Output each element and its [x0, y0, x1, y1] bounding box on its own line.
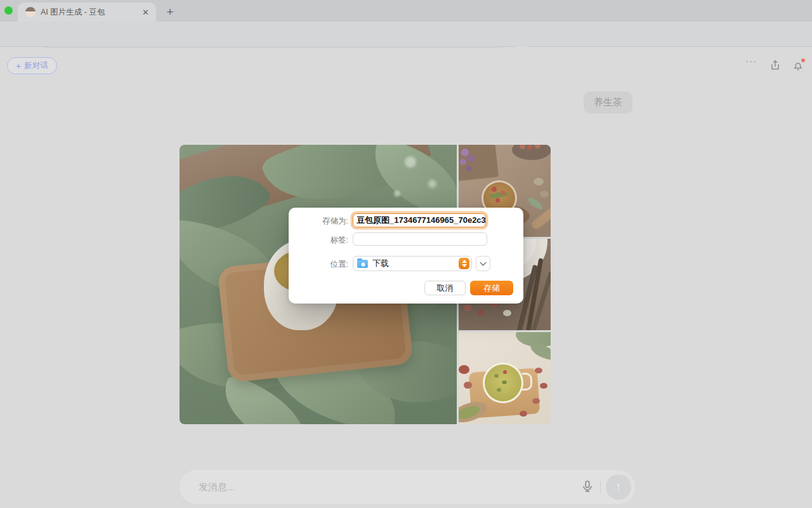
save-dialog: 存储为: 豆包原图_1734677146965_70e2c32 标签: 位置: … [289, 208, 523, 304]
where-label: 位置: [291, 259, 348, 270]
traffic-light-green[interactable] [4, 6, 13, 15]
chevron-down-icon [480, 259, 487, 265]
notification-bell-button[interactable] [790, 58, 806, 73]
user-message-bubble: 养生茶 [584, 91, 632, 114]
composer-divider [600, 481, 601, 493]
location-dropdown[interactable]: 下载 [353, 256, 472, 271]
browser-toolbar: → doubao.com/chat/336618188575 ★ A ↓ d ↓… [0, 22, 812, 47]
microphone-icon[interactable] [580, 479, 596, 495]
tab-favicon-icon [25, 7, 36, 17]
location-stepper-icon[interactable] [459, 258, 469, 269]
tags-label: 标签: [291, 235, 348, 246]
filename-input[interactable]: 豆包原图_1734677146965_70e2c32 [353, 213, 486, 227]
location-value: 下载 [372, 258, 454, 269]
composer-placeholder: 发消息... [199, 481, 235, 493]
more-options-button[interactable]: ··· [745, 55, 757, 66]
new-chat-button[interactable]: + 新对话 [7, 57, 57, 74]
downloads-folder-icon [357, 260, 368, 268]
save-as-label: 存储为: [291, 216, 348, 227]
tab-title: AI 图片生成 - 豆包 [41, 7, 135, 18]
notification-dot [801, 58, 805, 62]
tab-close-icon[interactable]: ✕ [140, 8, 151, 17]
plus-icon: + [16, 61, 21, 71]
browser-tab[interactable]: AI 图片生成 - 豆包 ✕ [18, 3, 156, 22]
new-tab-button[interactable]: + [161, 3, 179, 21]
tab-strip: AI 图片生成 - 豆包 ✕ + [0, 0, 812, 22]
tags-input[interactable] [353, 232, 487, 246]
screen: AI 图片生成 - 豆包 ✕ + → doubao.com/chat/33661… [0, 0, 812, 508]
share-button[interactable] [768, 58, 783, 73]
expand-dialog-button[interactable] [476, 256, 490, 271]
send-button[interactable]: ↑ [606, 474, 631, 500]
save-button[interactable]: 存储 [470, 281, 513, 295]
message-composer[interactable]: 发消息... ↑ [180, 470, 635, 504]
new-chat-label: 新对话 [24, 60, 48, 71]
generated-image-thumb-3[interactable] [459, 332, 551, 424]
cancel-button[interactable]: 取消 [424, 281, 466, 295]
